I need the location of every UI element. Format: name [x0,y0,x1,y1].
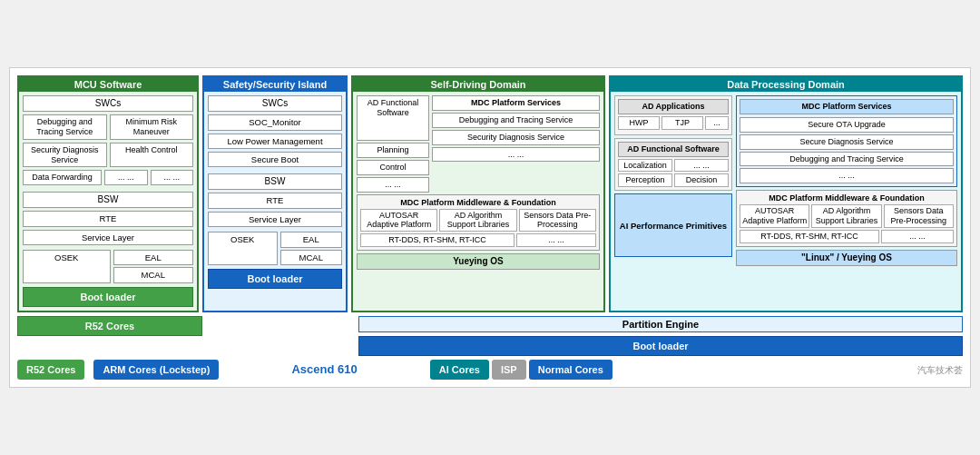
safety-title: Safety/Security Island [204,77,346,92]
dp-dots2: ... ... [674,159,729,173]
bsw-label: BSW [23,192,193,208]
mcu-spacer: R52 Cores [17,316,202,356]
sd-dp-bootloader: Boot loader [358,336,963,356]
dp-apps-row: HWP TJP ... [618,116,729,130]
dp-title: Data Processing Domain [611,77,961,92]
sd-dots: ... ... [357,177,429,193]
service-layer-label: Service Layer [23,230,193,245]
diagram-container: MCU Software SWCs Debugging and Tracing … [9,67,971,388]
dp-block: Data Processing Domain AD Applications H… [609,75,963,312]
sd-rt-dds: RT-DDS, RT-SHM, RT-ICC [360,233,514,247]
mcu-title: MCU Software [19,77,197,92]
swcs-row: Debugging and Tracing Service Minimum Ri… [23,114,193,140]
dp-dots4: ... ... [881,230,954,243]
safety-rte: RTE [208,193,342,208]
safety-osek: OSEK [208,232,278,265]
sd-right: MDC Platform Services Debugging and Trac… [432,95,600,192]
sd-control: Control [357,160,429,175]
dp-left: AD Applications HWP TJP ... AD Functiona… [614,95,732,265]
dp-ad-algo: AD Algorithm Support Libraries [811,204,881,228]
isp-chip: ISP [492,360,526,380]
mcu-inner: SWCs Debugging and Tracing Service Minim… [23,95,193,283]
dp-inner: AD Applications HWP TJP ... AD Functiona… [614,95,957,265]
dp-hwp: HWP [618,116,660,130]
dp-mdc-services-block: MDC Platform Services Secure OTA Upgrade… [736,95,957,187]
safety-swcs: SWCs [208,95,342,112]
dp-ad-func-block: AD Functional Software Localization ... … [614,138,732,191]
eal-label: EAL [113,250,194,265]
safety-eal-mcal: EAL MCAL [280,232,343,265]
safety-bsl-row: OSEK EAL MCAL [208,232,342,265]
swcs-label: SWCs [23,95,193,112]
ai-cores-chip: AI Cores [430,360,489,380]
dp-sensors: Sensors Data Pre-Processing [884,204,954,228]
chips-row: R52 Cores ARM Cores (Lockstep) Ascend 61… [17,360,963,380]
partition-engine: Partition Engine [358,316,963,332]
osek-label: OSEK [23,250,111,283]
sd-debugging: Debugging and Tracing Service [432,113,600,128]
selfdriving-block: Self-Driving Domain AD Functional Softwa… [351,75,605,312]
bottom-section: R52 Cores Partition Engine Boot loader [17,316,963,356]
dp-secure-diag: Secure Diagnosis Service [740,134,954,150]
arm-chip: ARM Cores (Lockstep) [93,360,219,380]
safety-eal: EAL [280,232,343,247]
safety-spacer [206,316,355,356]
security-diag-cell: Security Diagnosis Service [23,143,107,168]
sd-planning: Planning [357,143,429,158]
dp-secure-ota: Secure OTA Upgrade [740,117,954,133]
dp-loc-row: Localization ... ... [618,159,729,173]
sd-inner: AD Functional Software Planning Control … [357,95,600,192]
dp-debugging: Debugging and Tracing Service [740,152,954,167]
mcal-label: MCAL [113,267,194,282]
dp-perc-row: Perception Decision [618,173,729,187]
safety-block: Safety/Security Island SWCs SOC_Monitor … [202,75,348,312]
dp-middleware-title: MDC Platform Middleware & Foundation [740,193,954,203]
eal-mcal: EAL MCAL [113,250,194,283]
dp-rt-dds: RT-DDS, RT-SHM, RT-ICC [740,230,879,243]
debugging-cell: Debugging and Tracing Service [23,114,107,140]
mcu-bottom-label: R52 Cores [17,316,202,336]
sd-rt-row: RT-DDS, RT-SHM, RT-ICC ... ... [360,233,596,247]
dp-ad-func-label: AD Functional Software [618,142,729,157]
data-fwd-row: Data Forwarding ... ... ... ... [23,170,193,185]
soc-monitor: SOC_Monitor [208,114,342,130]
sd-middleware: MDC Platform Middleware & Foundation AUT… [357,194,600,251]
sd-autosar: AUTOSAR Adaptive Platform [360,209,437,232]
mcu-bootloader: Boot loader [23,287,193,307]
dp-right: MDC Platform Services Secure OTA Upgrade… [736,95,957,265]
sd-mid-row: AUTOSAR Adaptive Platform AD Algorithm S… [360,209,596,232]
sd-security-diag: Security Diagnosis Service [432,130,600,145]
safety-mcal: MCAL [280,250,343,265]
dp-dots3: ... ... [740,168,954,183]
data-forwarding-cell: Data Forwarding [23,170,102,185]
sd-dots2: ... ... [432,147,600,163]
safety-bsw: BSW [208,173,342,190]
dp-rt-row: RT-DDS, RT-SHM, RT-ICC ... ... [740,230,954,243]
sd-dots3: ... ... [516,233,596,247]
rte-label: RTE [23,211,193,226]
sd-yueying: Yueying OS [357,253,600,270]
dp-ad-apps-label: AD Applications [618,99,729,114]
sd-sensors: Sensors Data Pre-Processing [519,209,596,232]
dp-dots: ... [705,116,729,130]
dp-ai-perf: AI Performance Primitives [614,193,732,257]
dp-mid-row: AUTOSAR Adaptive Platform AD Algorithm S… [740,204,954,228]
dots2-cell: ... ... [151,170,194,185]
mcu-software-block: MCU Software SWCs Debugging and Tracing … [17,75,199,312]
health-control-cell: Health Control [110,143,194,168]
low-power: Low Power Management [208,134,342,149]
minimum-risk-cell: Minimum Risk Maneuver [110,114,194,140]
watermark: 汽车技术荟 [917,364,963,377]
dp-ad-apps-block: AD Applications HWP TJP ... [614,95,732,135]
sd-middleware-title: MDC Platform Middleware & Foundation [360,198,596,207]
sd-dp-bottom: Partition Engine Boot loader [358,316,963,356]
sd-ad-functional: AD Functional Software [357,95,429,141]
safety-bootloader: Boot loader [208,269,342,289]
bsl-row: OSEK EAL MCAL [23,250,193,283]
mcu-chip: R52 Cores [17,360,84,380]
dp-tjp: TJP [662,116,703,130]
safety-inner: SWCs SOC_Monitor Low Power Management Se… [208,95,342,265]
dp-perception: Perception [618,173,672,187]
sd-ad-algo: AD Algorithm Support Libraries [439,209,516,232]
dp-linux-yueying: "Linux" / Yueying OS [736,250,957,266]
